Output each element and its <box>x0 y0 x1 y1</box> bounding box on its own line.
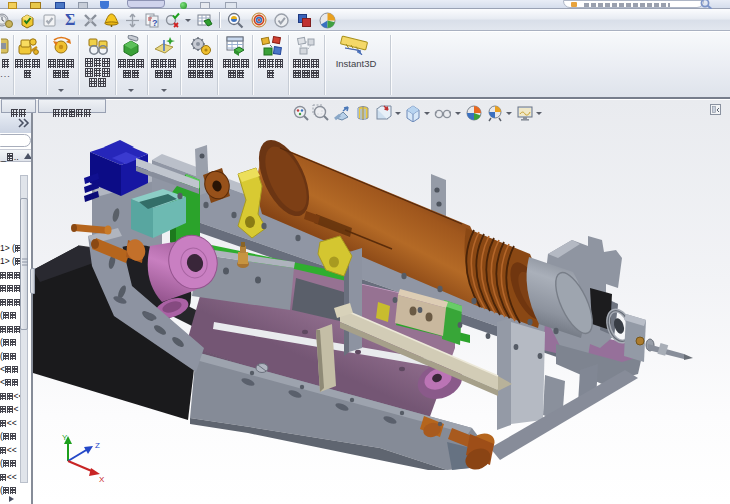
svg-text:?: ? <box>152 18 158 28</box>
svg-text:Y: Y <box>62 433 68 442</box>
svg-text:X: X <box>99 475 105 484</box>
svg-text:Σ: Σ <box>65 11 75 28</box>
svg-text:Z: Z <box>95 441 100 450</box>
